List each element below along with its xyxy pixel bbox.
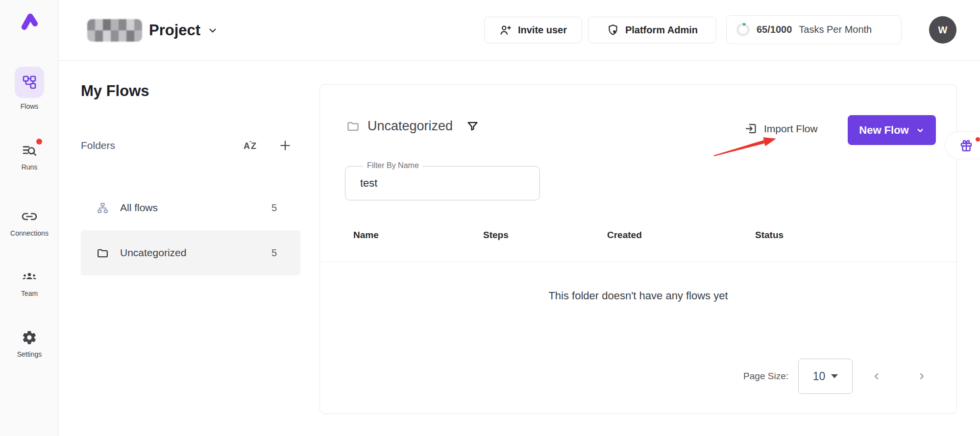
project-selector[interactable]: Project (87, 17, 218, 44)
card-title-row: Uncategorized (346, 115, 479, 137)
project-label: Project (149, 22, 200, 39)
tasks-label: Tasks Per Month (799, 24, 872, 35)
invite-user-label: Invite user (518, 24, 567, 36)
rewards-tab[interactable] (945, 131, 980, 159)
team-icon (22, 269, 37, 285)
plus-icon (279, 139, 292, 152)
sidebar-item-label: Flows (21, 102, 39, 110)
sidebar-item-connections[interactable]: Connections (0, 208, 59, 237)
folder-count: 5 (271, 202, 277, 214)
chevron-down-icon (207, 25, 218, 36)
column-header-status: Status (755, 230, 937, 241)
platform-admin-label: Platform Admin (625, 24, 698, 36)
sidebar-item-label: Settings (17, 350, 42, 358)
column-header-name: Name (353, 230, 483, 241)
sidebar-item-runs[interactable]: Runs (0, 142, 59, 171)
page-size-select[interactable]: 10 (798, 359, 853, 394)
sidebar: Flows Runs Connections (0, 0, 59, 436)
platform-admin-button[interactable]: Platform Admin (588, 17, 716, 43)
top-header: Project Invite user Platform Admin 65/10… (59, 0, 980, 61)
chevron-left-icon (872, 371, 882, 381)
tasks-count: 65/1000 (757, 24, 792, 35)
card-title: Uncategorized (368, 119, 453, 134)
folder-count: 5 (271, 247, 277, 259)
sidebar-item-flows[interactable]: Flows (0, 67, 59, 110)
import-icon (744, 122, 758, 135)
gear-icon (22, 330, 37, 345)
filter-field-label: Filter By Name (363, 161, 423, 170)
chevron-right-icon (917, 371, 927, 381)
user-plus-icon (499, 24, 512, 36)
chevron-down-icon (916, 126, 925, 135)
sidebar-item-label: Team (21, 290, 38, 297)
previous-page-button[interactable] (864, 364, 889, 388)
project-name-redacted (87, 19, 142, 42)
runs-notification-dot (36, 139, 42, 145)
tasks-usage-badge[interactable]: 65/1000 Tasks Per Month (726, 15, 902, 44)
filter-by-name-input[interactable] (345, 167, 539, 200)
logo-mark-icon (19, 11, 40, 31)
folder-icon (346, 120, 360, 133)
new-flow-label: New Flow (859, 124, 908, 137)
page-title: My Flows (81, 82, 149, 100)
sort-alpha-icon[interactable]: AˆZ (244, 141, 256, 150)
avatar-initial: W (938, 24, 948, 36)
activepieces-logo[interactable] (0, 11, 59, 31)
filter-by-name-field: Filter By Name (345, 166, 540, 200)
tree-icon (97, 202, 109, 214)
folders-header: Folders AˆZ (81, 137, 300, 154)
user-avatar[interactable]: W (929, 16, 956, 44)
sidebar-item-settings[interactable]: Settings (0, 329, 59, 358)
empty-state-message: This folder doesn't have any flows yet (320, 290, 956, 302)
tasks-progress-ring (736, 23, 750, 36)
workflow-icon (22, 74, 37, 90)
sidebar-item-label: Runs (22, 163, 38, 171)
page-size-label: Page Size: (743, 371, 788, 382)
folders-heading: Folders (81, 140, 115, 151)
pagination-bar: Page Size: 10 (743, 359, 934, 394)
sidebar-item-team[interactable]: Team (0, 268, 59, 297)
column-header-steps: Steps (483, 230, 607, 241)
filter-funnel-icon[interactable] (466, 120, 479, 132)
table-header-row: Name Steps Created Status (353, 230, 937, 241)
import-flow-button[interactable]: Import Flow (744, 122, 818, 135)
next-page-button[interactable] (909, 364, 934, 388)
folder-label: All flows (120, 202, 158, 214)
table-divider (320, 262, 956, 262)
select-arrow-icon (831, 374, 838, 378)
flows-card: Uncategorized Import Flow New Flow (319, 84, 957, 414)
runs-search-icon (22, 143, 37, 158)
shield-admin-icon (607, 24, 619, 36)
page-size-value: 10 (813, 370, 826, 383)
invite-user-button[interactable]: Invite user (484, 17, 582, 43)
add-folder-button[interactable] (279, 139, 292, 152)
gift-icon (959, 138, 974, 153)
app-root: Flows Runs Connections (0, 0, 980, 436)
active-item-highlight (15, 67, 44, 98)
folder-icon (97, 247, 109, 259)
column-header-created: Created (607, 230, 755, 241)
folder-item-uncategorized[interactable]: Uncategorized 5 (81, 230, 300, 275)
sidebar-item-label: Connections (10, 229, 49, 237)
import-flow-label: Import Flow (764, 123, 818, 135)
rewards-notification-dot (976, 137, 980, 142)
folder-item-all-flows[interactable]: All flows 5 (81, 185, 300, 230)
new-flow-button[interactable]: New Flow (848, 115, 936, 145)
red-annotation-arrow (711, 136, 780, 159)
folder-label: Uncategorized (120, 247, 186, 259)
link-icon (22, 209, 37, 224)
